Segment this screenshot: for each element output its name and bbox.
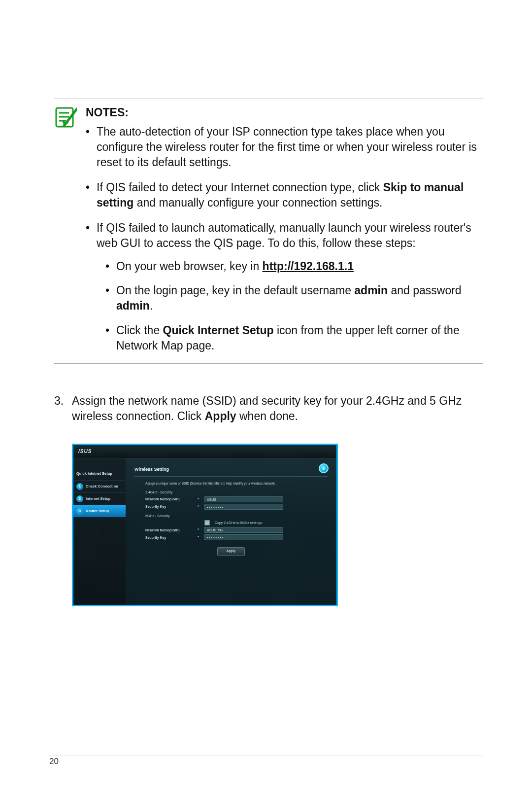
sidebar-item-check-connection[interactable]: 1 Check Connection xyxy=(73,480,126,492)
field-label: Security Key xyxy=(145,504,195,509)
note-item: If QIS failed to launch automatically, m… xyxy=(86,220,483,353)
field-row-copy: Copy 2.4GHz to 5GHz settings. xyxy=(145,520,328,525)
required-icon: * xyxy=(198,504,201,510)
required-icon: * xyxy=(198,527,201,533)
note-text: On the login page, key in the default us… xyxy=(116,284,354,297)
field-label: Network Name(SSID) xyxy=(145,528,195,532)
panel-title: Wireless Setting xyxy=(134,466,328,477)
note-text: On your web browser, key in xyxy=(116,260,263,273)
notes-block: NOTES: The auto-detection of your ISP co… xyxy=(54,99,483,363)
router-topbar: /SUS xyxy=(73,445,336,458)
copy-checkbox-label: Copy 2.4GHz to 5GHz settings. xyxy=(215,521,263,525)
notes-heading: NOTES xyxy=(86,106,125,119)
apply-button[interactable]: Apply xyxy=(217,547,245,556)
field-row-ssid-24: Network Name(SSID) * ASUS xyxy=(145,496,328,502)
field-row-key-24: Security Key * • • • • • • • • xyxy=(145,504,328,510)
notes-sublist: On your web browser, key in http://192.1… xyxy=(97,259,483,353)
sidebar-item-label: Check Connection xyxy=(86,484,118,489)
section-5ghz: 5GHz - Security xyxy=(145,514,328,518)
panel-instruction: Assign a unique name or SSID (Service Se… xyxy=(145,482,328,486)
step-badge-icon: 3 xyxy=(76,508,83,515)
step-badge-icon: 2 xyxy=(76,495,83,502)
note-item: The auto-detection of your ISP connectio… xyxy=(86,124,483,170)
ssid-24-input[interactable]: ASUS xyxy=(204,496,283,502)
note-url: http://192.168.1.1 xyxy=(263,260,354,273)
step-text-part: when done. xyxy=(236,410,298,422)
step-text: Assign the network name (SSID) and secur… xyxy=(72,393,483,424)
note-bold: admin xyxy=(354,284,388,297)
field-label: Network Name(SSID) xyxy=(145,497,195,501)
note-sub-item: On the login page, key in the default us… xyxy=(105,283,483,314)
step-3: 3. Assign the network name (SSID) and se… xyxy=(54,393,483,606)
note-text: If QIS failed to launch automatically, m… xyxy=(97,221,471,249)
note-text: Click the xyxy=(116,324,163,337)
required-icon: * xyxy=(198,535,201,540)
note-bold: Quick Internet Setup xyxy=(163,324,274,337)
sidebar-item-label: Internet Setup xyxy=(86,496,110,501)
field-label: Security Key xyxy=(145,535,195,540)
note-text: The auto-detection of your ISP connectio… xyxy=(97,125,477,169)
note-text: . xyxy=(150,299,153,312)
required-icon: * xyxy=(198,497,201,502)
sidebar-item-label: Router Setup xyxy=(86,509,109,514)
router-icon[interactable] xyxy=(319,463,329,473)
ssid-5-input[interactable]: ASUS_5G xyxy=(204,527,283,533)
notes-bottom-rule xyxy=(54,363,483,364)
asus-logo: /SUS xyxy=(73,445,97,458)
step-number: 3. xyxy=(54,393,72,424)
note-sub-item: Click the Quick Internet Setup icon from… xyxy=(105,323,483,353)
field-row-ssid-5: Network Name(SSID) * ASUS_5G xyxy=(145,527,328,533)
note-text: and password xyxy=(388,284,462,297)
section-24ghz: 2.4GHz - Security xyxy=(145,490,328,494)
note-text: If QIS failed to detect your Internet co… xyxy=(97,181,383,194)
router-screenshot: /SUS Quick Intetnet Setup 1 Check Connec… xyxy=(72,444,338,606)
step-badge-icon: 1 xyxy=(76,483,83,490)
page-number: 20 xyxy=(49,756,483,767)
router-content-panel: Wireless Setting Assign a unique name or… xyxy=(126,458,336,605)
sidebar-item-router-setup[interactable]: 3 Router Setup xyxy=(73,505,126,517)
note-text: and manually configure your connection s… xyxy=(133,196,382,209)
step-bold: Apply xyxy=(205,410,236,422)
note-sub-item: On your web browser, key in http://192.1… xyxy=(105,259,483,274)
sidebar-item-internet-setup[interactable]: 2 Internet Setup xyxy=(73,492,126,505)
notes-list: The auto-detection of your ISP connectio… xyxy=(86,124,483,353)
router-sidebar: Quick Intetnet Setup 1 Check Connection … xyxy=(73,458,126,605)
copy-checkbox[interactable] xyxy=(204,520,210,525)
field-row-key-5: Security Key * • • • • • • • • xyxy=(145,534,328,540)
note-item: If QIS failed to detect your Internet co… xyxy=(86,180,483,210)
key-5-input[interactable]: • • • • • • • • xyxy=(204,534,283,540)
sidebar-title: Quick Intetnet Setup xyxy=(73,471,126,480)
note-bold: admin xyxy=(116,299,150,312)
notes-icon xyxy=(54,105,77,363)
page-footer: 20 xyxy=(49,756,483,767)
key-24-input[interactable]: • • • • • • • • xyxy=(204,504,283,510)
